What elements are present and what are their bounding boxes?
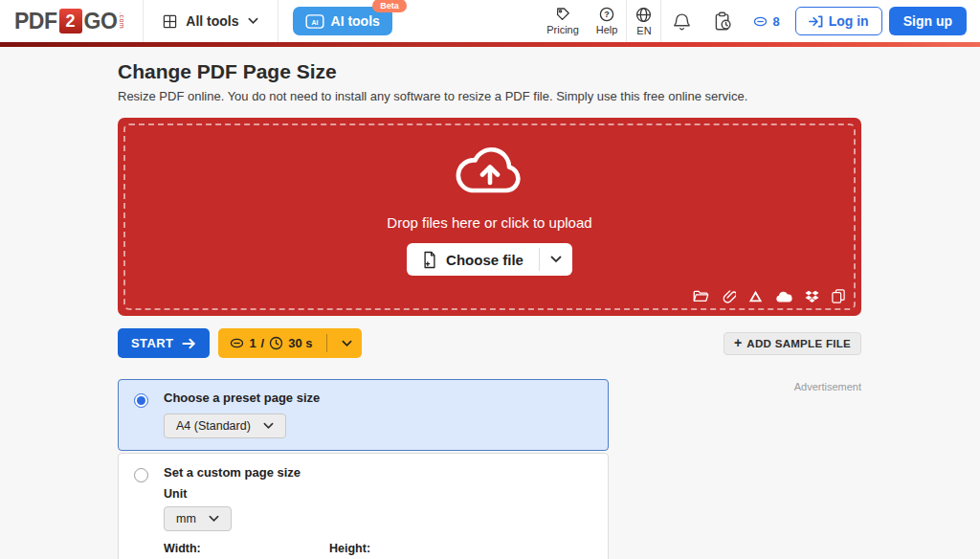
notifications-button[interactable] [661, 0, 702, 42]
beta-badge: Beta [372, 0, 407, 12]
clipboard-clock-icon [714, 11, 732, 32]
preset-radio-button[interactable] [134, 393, 148, 408]
credits-count: 8 [772, 14, 779, 29]
logo-text-go: GO [84, 9, 118, 34]
advertisement-label: Advertisement [794, 381, 861, 392]
task-history-button[interactable] [702, 0, 744, 42]
login-button[interactable]: Log in [795, 7, 882, 35]
dropzone-message: Drop files here or click to upload [387, 214, 591, 231]
language-label: EN [636, 25, 651, 36]
price-tag-icon [555, 7, 570, 22]
nav-divider [278, 0, 278, 42]
ai-tools-label: AI tools [331, 13, 380, 29]
coin-icon [753, 16, 768, 27]
login-arrow-icon [809, 14, 823, 29]
clipboard-paste-icon[interactable] [832, 289, 845, 303]
folder-icon[interactable] [693, 290, 709, 302]
choose-file-main[interactable]: Choose file [407, 243, 539, 276]
question-circle-icon: ? [599, 7, 614, 22]
start-label: START [131, 336, 173, 350]
credits-counter[interactable]: 8 [744, 0, 789, 42]
width-group: Width: mm [164, 531, 277, 559]
preset-option-label: Choose a preset page size [164, 391, 608, 405]
custom-radio-col [119, 465, 164, 559]
arrow-right-icon [182, 338, 196, 349]
unit-value: mm [176, 512, 196, 525]
plus-icon: + [734, 338, 742, 348]
signup-button[interactable]: Sign up [889, 7, 967, 35]
all-tools-label: All tools [186, 13, 238, 29]
top-navbar: PDF 2 GO .com All tools AI AI tools Beta… [0, 0, 980, 42]
unit-label: Unit [164, 487, 608, 501]
main-content: Change PDF Page Size Resize PDF online. … [0, 47, 980, 559]
google-drive-icon[interactable] [748, 290, 763, 302]
height-group: Height: mm [329, 531, 442, 559]
pdf2go-logo[interactable]: PDF 2 GO .com [0, 0, 143, 42]
custom-option-label: Set a custom page size [164, 465, 608, 480]
start-button[interactable]: START [118, 328, 210, 358]
svg-text:AI: AI [311, 19, 318, 26]
file-plus-icon [422, 251, 437, 269]
help-label: Help [596, 24, 618, 35]
logo-suffix-com: .com [119, 12, 125, 29]
page-title: Change PDF Page Size [118, 60, 980, 83]
unit-select[interactable]: mm [164, 506, 232, 531]
choose-file-label: Choose file [446, 252, 523, 268]
upload-source-icons [693, 289, 845, 303]
width-label: Width: [164, 542, 277, 555]
cost-time-separator: / [261, 336, 265, 350]
add-sample-file-label: ADD SAMPLE FILE [746, 338, 851, 349]
language-selector[interactable]: EN [627, 0, 660, 42]
duration-value: 30 s [288, 336, 312, 350]
chevron-down-icon [248, 17, 258, 25]
dimensions-row: Width: mm Height: mm [164, 531, 608, 559]
logo-badge-2: 2 [59, 9, 82, 34]
height-label: Height: [329, 542, 442, 555]
options-section: Advertisement Choose a preset page size … [118, 379, 861, 559]
upload-dropzone[interactable]: Drop files here or click to upload Choos… [118, 118, 861, 316]
navbar-right: Pricing ? Help EN [538, 0, 980, 42]
preset-size-select[interactable]: A4 (Standard) [164, 414, 286, 438]
cost-time-badge[interactable]: 1 / 30 s [218, 328, 361, 358]
ai-tools-icon: AI [305, 14, 324, 29]
all-tools-menu[interactable]: All tools [144, 0, 277, 42]
coin-icon [230, 338, 244, 348]
help-link[interactable]: ? Help [588, 0, 627, 42]
badge-divider [326, 334, 327, 352]
preset-size-value: A4 (Standard) [176, 419, 251, 433]
pricing-label: Pricing [546, 24, 579, 35]
svg-text:?: ? [604, 10, 610, 19]
add-sample-file-button[interactable]: + ADD SAMPLE FILE [724, 332, 861, 355]
login-label: Log in [829, 13, 869, 29]
bell-icon [673, 11, 691, 32]
onedrive-icon[interactable] [775, 291, 792, 302]
choose-file-button[interactable]: Choose file [407, 243, 572, 276]
dropbox-icon[interactable] [805, 290, 819, 303]
badge-dropdown-caret[interactable] [332, 340, 362, 347]
custom-radio-button[interactable] [134, 468, 148, 482]
ai-tools-button[interactable]: AI AI tools Beta [293, 7, 392, 35]
grid-icon [163, 14, 177, 29]
link-icon[interactable] [722, 289, 736, 303]
preset-size-option[interactable]: Choose a preset page size A4 (Standard) [118, 379, 609, 451]
chevron-down-icon [209, 515, 219, 523]
clock-icon [269, 336, 283, 350]
action-row: START 1 / 30 s + ADD SAMPLE FILE [118, 328, 861, 358]
globe-icon [635, 7, 652, 23]
signup-label: Sign up [903, 13, 952, 29]
choose-file-dropdown[interactable] [540, 243, 572, 276]
chevron-down-icon [263, 422, 274, 430]
logo-text-pdf: PDF [14, 9, 57, 34]
pricing-link[interactable]: Pricing [538, 0, 588, 42]
page-subtitle: Resize PDF online. You do not need to in… [118, 89, 980, 103]
preset-radio-col [119, 391, 164, 438]
cloud-upload-icon [449, 144, 531, 201]
custom-size-option[interactable]: Set a custom page size Unit mm Width: mm [118, 453, 609, 559]
credit-cost-value: 1 [249, 336, 256, 350]
